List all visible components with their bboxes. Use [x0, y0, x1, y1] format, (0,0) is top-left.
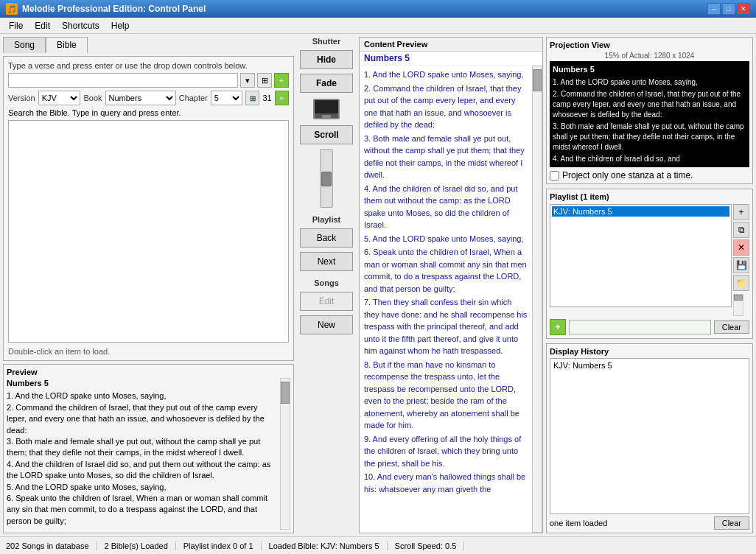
chapter-select[interactable]: 5 — [211, 91, 242, 105]
back-button[interactable]: Back — [300, 228, 353, 248]
window-title: Melodie Professional Edition: Control Pa… — [22, 4, 206, 14]
right-panel: Projection View 15% of Actual: 1280 x 10… — [546, 37, 753, 533]
version-label: Version — [8, 94, 35, 102]
preview-line-1: 1. And the LORD spake unto Moses, saying… — [7, 390, 279, 402]
preview-panel: Preview Numbers 5 1. And the LORD spake … — [3, 364, 294, 533]
edit-button[interactable]: Edit — [300, 292, 353, 311]
title-bar: 🎵 Melodie Professional Edition: Control … — [0, 0, 756, 18]
proj-line-4: 4. And the children of Israel did so, an… — [553, 154, 746, 164]
tab-bar: Song Bible — [3, 37, 294, 53]
playlist-item-1[interactable]: KJV: Numbers 5 — [552, 206, 729, 217]
preview-line-5: 5. And the LORD spake unto Moses, saying… — [7, 482, 279, 493]
cv-line-4: 4. And the children of Israel did so, an… — [364, 183, 528, 231]
content-scroll-thumb[interactable] — [533, 69, 542, 91]
content-preview-panel: Content Preview Numbers 5 1. And the LOR… — [359, 37, 543, 533]
playlist-save-btn[interactable]: 💾 — [733, 257, 749, 273]
cv-line-7: 7. Then they shall confess their sin whi… — [364, 296, 528, 357]
playlist-right-header: Playlist (1 item) — [550, 192, 749, 201]
preview-scroll-thumb[interactable] — [281, 382, 290, 404]
preview-label: Preview — [7, 368, 290, 376]
verse-display-button[interactable]: ⊞ — [257, 73, 272, 88]
status-loaded: Loaded Bible: KJV: Numbers 5 — [262, 541, 388, 550]
search-results-list[interactable] — [8, 120, 289, 343]
scroll-thumb[interactable] — [321, 172, 332, 186]
chapter-list-button[interactable]: ⊞ — [245, 91, 259, 105]
playlist-scroll-thumb[interactable] — [734, 295, 743, 301]
playlist-list[interactable]: KJV: Numbers 5 — [550, 204, 732, 307]
book-label: Book — [83, 94, 102, 102]
fade-button[interactable]: Fade — [300, 74, 353, 93]
tab-bible[interactable]: Bible — [46, 37, 88, 53]
playlist-delete-btn[interactable]: ✕ — [733, 239, 749, 256]
proj-checkbox-row: Project only one stanza at a time. — [550, 170, 749, 180]
status-songs-db: 202 Songs in database — [6, 541, 97, 550]
playlist-add-input[interactable] — [569, 320, 711, 334]
playlist-clear-button[interactable]: Clear — [714, 320, 749, 334]
proj-stanza-checkbox[interactable] — [550, 171, 559, 180]
search-label: Search the Bible. Type in query and pres… — [8, 108, 289, 117]
verse-input[interactable] — [8, 73, 238, 88]
playlist-add-btn[interactable]: + — [733, 204, 749, 220]
new-button[interactable]: New — [300, 315, 353, 334]
playlist-open-btn[interactable]: 📁 — [733, 275, 749, 291]
maximize-button[interactable]: □ — [722, 3, 735, 15]
menu-bar: File Edit Shortcuts Help — [0, 18, 756, 34]
playlist-right-scrollbar[interactable] — [733, 294, 743, 316]
playlist-green-add-btn[interactable]: + — [550, 319, 566, 335]
bible-description: Type a verse and press enter or use the … — [8, 61, 289, 70]
display-history-header: Display History — [550, 347, 749, 356]
hide-button[interactable]: Hide — [300, 50, 353, 69]
cv-line-3: 3. Both male and female shall ye put out… — [364, 133, 528, 181]
cv-line-6: 6. Speak unto the children of Israel, Wh… — [364, 246, 528, 295]
preview-scrollbar[interactable] — [280, 378, 290, 530]
menu-shortcuts[interactable]: Shortcuts — [56, 19, 105, 32]
content-preview-title: Numbers 5 — [360, 52, 542, 66]
playlist-copy-btn[interactable]: ⧉ — [733, 222, 749, 238]
app-icon: 🎵 — [6, 3, 18, 15]
window-controls[interactable]: ─ □ ✕ — [707, 3, 750, 15]
cv-line-8: 8. But if the man have no kinsman to rec… — [364, 359, 528, 432]
menu-help[interactable]: Help — [105, 19, 136, 32]
history-item-1[interactable]: KJV: Numbers 5 — [552, 360, 747, 371]
chapter-label: Chapter — [179, 94, 208, 102]
left-panel: Song Bible Type a verse and press enter … — [3, 37, 294, 533]
middle-panel: Shutter Hide Fade Scroll Playlist Back N… — [297, 37, 356, 533]
main-container: Song Bible Type a verse and press enter … — [0, 34, 756, 536]
projection-pct: 15% of Actual: 1280 x 1024 — [550, 52, 749, 60]
scroll-track[interactable] — [320, 149, 333, 208]
content-area-inner: 1. And the LORD spake unto Moses, saying… — [360, 66, 542, 533]
verse-history-button[interactable]: ▾ — [240, 73, 255, 88]
tab-song[interactable]: Song — [3, 37, 46, 53]
menu-edit[interactable]: Edit — [29, 19, 56, 32]
selectors-row: Version KJV NIV ESV Book Numbers Genesis… — [8, 91, 289, 105]
minimize-button[interactable]: ─ — [707, 3, 721, 15]
preview-line-2: 2. Command the children of Israel, that … — [7, 402, 279, 436]
scroll-button[interactable]: Scroll — [300, 125, 353, 144]
display-history-section: Display History KJV: Numbers 5 one item … — [546, 343, 753, 533]
verse-add-button[interactable]: + — [274, 73, 289, 88]
proj-line-3: 3. Both male and female shall ye put out… — [553, 122, 746, 152]
status-scroll-speed: Scroll Speed: 0.5 — [388, 541, 465, 550]
history-status: one item loaded — [550, 519, 607, 527]
next-button[interactable]: Next — [300, 252, 353, 271]
book-select[interactable]: Numbers Genesis Exodus — [105, 91, 176, 105]
chapter-add-button[interactable]: + — [275, 91, 289, 105]
proj-line-1: 1. And the LORD spake unto Moses, saying… — [553, 77, 746, 88]
preview-line-6: 6. Speak unto the children of Israel, Wh… — [7, 493, 279, 527]
cv-line-5: 5. And the LORD spake unto Moses, saying… — [364, 233, 528, 245]
verse-count: 31 — [262, 94, 271, 102]
preview-line-3: 3. Both male and female shall ye put out… — [7, 436, 279, 459]
proj-checkbox-label: Project only one stanza at a time. — [562, 170, 693, 180]
close-button[interactable]: ✕ — [737, 3, 750, 15]
cv-line-10: 10. And every man's hallowed things shal… — [364, 471, 528, 495]
history-clear-button[interactable]: Clear — [714, 516, 749, 530]
playlist-controls: + ⧉ ✕ 💾 📁 — [733, 204, 749, 316]
dbl-click-hint: Double-click an item to load. — [8, 347, 289, 356]
songs-label: Songs — [314, 278, 339, 287]
version-select[interactable]: KJV NIV ESV — [38, 91, 81, 105]
menu-file[interactable]: File — [3, 19, 29, 32]
display-history-list[interactable]: KJV: Numbers 5 — [550, 358, 749, 514]
content-scrollbar[interactable] — [532, 66, 542, 533]
history-status-row: one item loaded Clear — [550, 516, 749, 530]
projection-display: Numbers 5 1. And the LORD spake unto Mos… — [550, 61, 749, 167]
